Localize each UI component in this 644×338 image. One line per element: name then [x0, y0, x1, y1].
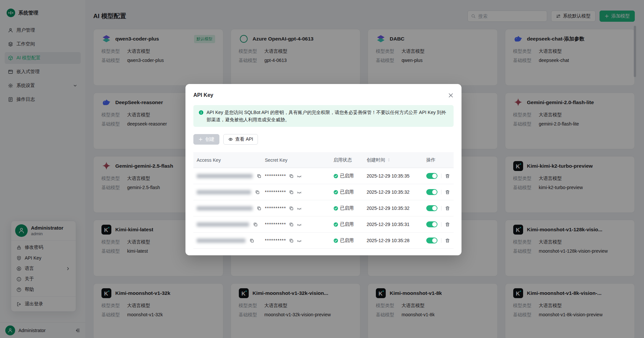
copy-access-key-icon[interactable] [253, 222, 258, 227]
column-enabled-status: 启用状态 [330, 157, 363, 163]
enable-toggle[interactable] [426, 221, 437, 227]
delete-icon[interactable] [445, 190, 450, 195]
access-key-masked [197, 190, 251, 194]
show-secret-key-icon[interactable] [297, 190, 302, 195]
access-key-masked [197, 222, 249, 227]
enable-toggle[interactable] [426, 238, 437, 243]
show-secret-key-icon[interactable] [297, 206, 302, 211]
delete-icon[interactable] [445, 206, 450, 211]
modal-title: API Key [193, 92, 213, 98]
copy-secret-key-icon[interactable] [289, 190, 294, 195]
status-text: 已启用 [340, 221, 354, 227]
api-key-table: Access Key Secret Key 启用状态 创建时间 操作 *****… [193, 152, 454, 249]
copy-secret-key-icon[interactable] [289, 238, 294, 243]
divider [441, 190, 441, 194]
secret-key-masked: ********** [265, 222, 286, 227]
created-time: 2025-12-29 10:35:32 [367, 206, 409, 211]
copy-secret-key-icon[interactable] [289, 222, 294, 227]
api-key-row: ********** 已启用 2025-12-29 10:35:35 [193, 168, 454, 184]
info-icon [199, 110, 204, 115]
enabled-check-icon [333, 222, 338, 227]
api-key-row: ********** 已启用 2025-12-29 10:35:32 [193, 200, 454, 216]
column-created-time[interactable]: 创建时间 [363, 157, 423, 163]
enabled-check-icon [333, 206, 338, 211]
secret-key-masked: ********** [265, 189, 286, 195]
status-text: 已启用 [340, 189, 354, 195]
divider [441, 206, 441, 211]
copy-access-key-icon[interactable] [249, 238, 254, 243]
access-key-masked [197, 206, 253, 211]
created-time: 2025-12-29 10:35:28 [367, 238, 409, 243]
sort-icon[interactable] [387, 158, 391, 162]
enabled-check-icon [333, 190, 338, 195]
secret-key-masked: ********** [265, 206, 286, 211]
copy-access-key-icon[interactable] [255, 190, 260, 195]
enable-toggle[interactable] [426, 205, 437, 211]
copy-secret-key-icon[interactable] [289, 174, 294, 179]
access-key-masked [197, 174, 253, 178]
close-icon[interactable] [448, 93, 454, 98]
plus-icon [198, 137, 203, 142]
show-secret-key-icon[interactable] [297, 238, 302, 243]
api-key-row: ********** 已启用 2025-12-29 10:35:28 [193, 233, 454, 249]
copy-secret-key-icon[interactable] [289, 206, 294, 211]
secret-key-masked: ********** [265, 173, 286, 179]
delete-icon[interactable] [445, 238, 450, 243]
api-key-modal: API Key API Key 是您访问 SQLBot API 的密钥，具有账户… [185, 84, 462, 255]
status-text: 已启用 [340, 238, 354, 243]
create-button[interactable]: 创建 [193, 134, 219, 145]
view-api-button[interactable]: 查看 API [223, 134, 258, 145]
status-text: 已启用 [340, 205, 354, 211]
copy-access-key-icon[interactable] [257, 174, 262, 179]
status-text: 已启用 [340, 173, 354, 179]
column-secret-key: Secret Key [262, 157, 330, 163]
divider [441, 238, 441, 243]
secret-key-masked: ********** [265, 238, 286, 243]
created-time: 2025-12-29 10:35:32 [367, 189, 409, 195]
divider [441, 222, 441, 227]
copy-access-key-icon[interactable] [257, 206, 262, 211]
show-secret-key-icon[interactable] [297, 222, 302, 227]
created-time: 2025-12-29 10:35:35 [367, 173, 409, 179]
enabled-check-icon [333, 238, 338, 243]
enabled-check-icon [333, 174, 338, 179]
api-key-row: ********** 已启用 2025-12-29 10:35:31 [193, 216, 454, 233]
delete-icon[interactable] [445, 174, 450, 179]
table-header: Access Key Secret Key 启用状态 创建时间 操作 [193, 152, 454, 168]
column-access-key: Access Key [193, 157, 262, 163]
access-key-masked [197, 239, 245, 243]
delete-icon[interactable] [445, 222, 450, 227]
table-body: ********** 已启用 2025-12-29 10:35:35 *****… [193, 168, 454, 249]
enable-toggle[interactable] [426, 189, 437, 195]
show-secret-key-icon[interactable] [297, 174, 302, 179]
column-actions: 操作 [423, 157, 454, 163]
divider [441, 174, 441, 178]
enable-toggle[interactable] [426, 173, 437, 179]
eye-icon [228, 137, 233, 142]
api-key-notice: API Key 是您访问 SQLBot API 的密钥，具有账户的完全权限，请您… [193, 105, 454, 127]
created-time: 2025-12-29 10:35:31 [367, 222, 409, 227]
api-key-row: ********** 已启用 2025-12-29 10:35:32 [193, 184, 454, 200]
